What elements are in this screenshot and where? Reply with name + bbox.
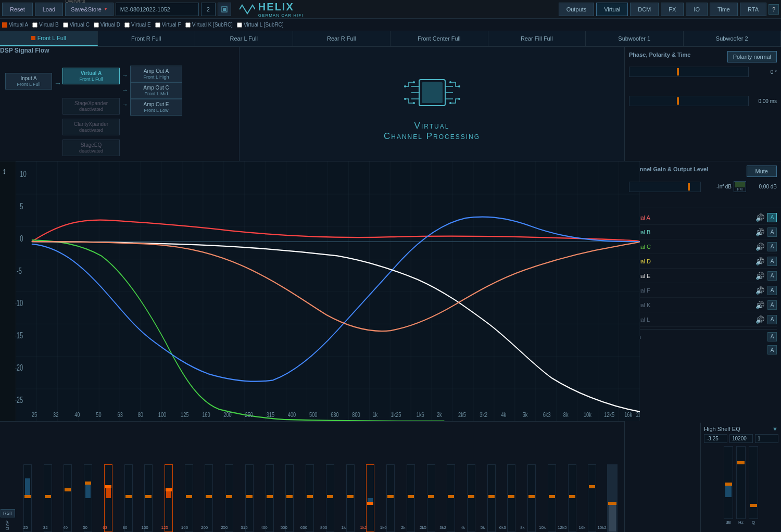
virtual-b-tab[interactable]: Virtual B [32,22,59,28]
eq-fader-2k[interactable] [407,464,415,532]
eq-fader-2k5[interactable] [427,464,435,532]
virt-letter-f[interactable]: A [767,286,777,295]
virt-speaker-icon-a[interactable]: 🔊 [755,213,764,222]
rta-nav-button[interactable]: RTA [740,3,766,16]
eq-fader-3k2[interactable] [447,464,455,532]
preset-icon-button[interactable] [218,3,231,16]
eq-fader-1k6[interactable] [386,464,395,532]
dsp-amp-out-c[interactable]: Amp Out CFront L Mid [130,82,182,99]
dcm-nav-button[interactable]: DCM [630,3,659,16]
virtual-d-tab[interactable]: Virtual D [94,22,120,28]
eq-fader-5k[interactable] [487,464,496,532]
eq-fader-250[interactable] [225,464,233,532]
eq-fader-12k5[interactable] [568,464,576,532]
fx-nav-button[interactable]: FX [661,3,684,16]
time-nav-button[interactable]: Time [710,3,738,16]
eq-fader-125[interactable] [165,464,173,532]
virt-letter-b[interactable]: A [767,227,777,237]
eq-fader-160[interactable] [185,464,193,532]
polarity-button[interactable]: Polarity normal [727,51,777,62]
question-icon[interactable]: ? [769,4,779,15]
eq-fader-8k[interactable] [527,464,536,532]
virt-speaker-icon-l[interactable]: 🔊 [755,315,764,324]
dsp-amp-out-a[interactable]: Amp Out AFront L High [130,66,182,82]
virt-speaker-icon-f[interactable]: 🔊 [755,286,764,295]
preset-name-input[interactable] [116,3,199,16]
high-shelf-dropdown-icon[interactable]: ▼ [772,426,778,432]
channel-tab-rear-r[interactable]: Rear R Full [293,31,391,46]
eq-master-fader-track[interactable] [607,464,618,532]
outputs-nav-button[interactable]: Outputs [559,3,595,16]
virtual-k-tab[interactable]: Virtual K [SubRC] [185,22,233,28]
virt-speaker-icon-e[interactable]: 🔊 [755,272,764,280]
eq-fader-315[interactable] [245,464,254,532]
virt-letter-a[interactable]: A [767,213,777,222]
y-axis-arrow[interactable]: ↕ [2,167,6,176]
dsp-stage-xpander[interactable]: StageXpanderdeactivated [62,98,120,115]
eq-fader-200[interactable] [205,464,213,532]
rta-letter[interactable]: A [767,345,777,354]
virt-letter-d[interactable]: A [767,257,777,266]
eq-fader-630[interactable] [306,464,314,532]
channel-tab-rear-l[interactable]: Rear L Full [195,31,293,46]
channel-tab-front-center[interactable]: Front Center Full [391,31,488,46]
eq-fader-10k[interactable] [548,464,556,532]
phase-slider-1[interactable] [629,67,749,77]
channel-tab-rear-fill[interactable]: Rear Fill Full [488,31,586,46]
save-store-button[interactable]: Save&Store ▼ [65,3,114,16]
virtual-f-tab[interactable]: Virtual F [155,22,181,28]
reset-button[interactable]: Reset [2,3,33,16]
eq-fader-800[interactable] [326,464,334,532]
hs-vtrack-db[interactable] [724,446,733,519]
virtual-a-tab[interactable]: Virtual A [2,22,28,28]
dsp-amp-out-e[interactable]: Amp Out EFront L Low [130,99,182,116]
eq-fader-100[interactable] [144,464,153,532]
sum-letter[interactable]: A [767,332,777,341]
eq-fader-80[interactable] [124,464,133,532]
eq-fader-16k[interactable] [588,464,596,532]
channel-tab-front-r[interactable]: Front R Full [98,31,196,46]
virt-speaker-icon-d[interactable]: 🔊 [755,257,764,265]
virtual-l-tab[interactable]: Virtual L [SubRC] [237,22,284,28]
channel-tab-sub1[interactable]: Subwoofer 1 [586,31,684,46]
hs-vtrack-hz[interactable] [736,446,746,519]
eq-fader-40[interactable] [64,464,72,532]
eq-fader-400[interactable] [266,464,274,532]
channel-tab-front-l[interactable]: Front L Full [0,31,98,46]
eq-fader-4k[interactable] [467,464,475,532]
virtual-nav-button[interactable]: Virtual [596,3,628,16]
virt-speaker-icon-k[interactable]: 🔊 [755,301,764,309]
load-button[interactable]: Load [35,3,63,16]
virt-letter-l[interactable]: A [767,315,777,324]
eq-fader-25[interactable] [23,464,32,532]
virt-letter-c[interactable]: A [767,242,777,251]
io-nav-button[interactable]: IO [686,3,708,16]
hs-val1-input[interactable] [704,434,727,443]
virtual-c-tab[interactable]: Virtual C [63,22,90,28]
eq-fader-1k2[interactable] [366,464,374,532]
virtual-e-tab[interactable]: Virtual E [124,22,151,28]
dsp-clarity-xpander[interactable]: ClarityXpanderdeactivated [62,119,120,135]
eq-fader-50[interactable] [84,464,92,532]
eq-fader-63[interactable] [104,464,112,532]
virt-speaker-icon-b[interactable]: 🔊 [755,228,764,236]
dsp-input-block[interactable]: Input AFront L Full [5,73,52,90]
eq-fader-1k[interactable] [346,464,355,532]
rst-button[interactable]: RST [1,509,15,517]
hs-vtrack-q[interactable] [749,446,758,519]
delay-slider[interactable] [629,96,749,106]
virt-letter-k[interactable]: A [767,300,777,310]
virt-speaker-icon-c[interactable]: 🔊 [755,243,764,251]
dsp-virtual-block[interactable]: Virtual AFront L Full [62,68,120,84]
virt-letter-e[interactable]: A [767,271,777,281]
gain-slider[interactable] [629,182,701,192]
dsp-stage-eq[interactable]: StageEQdeactivated [62,140,120,156]
eq-fader-500[interactable] [285,464,294,532]
eq-fader-6k3[interactable] [507,464,515,532]
mute-button[interactable]: Mute [747,166,777,177]
hs-val3-input[interactable] [755,434,778,443]
eq-fader-32[interactable] [44,464,52,532]
preset-number-input[interactable] [201,3,216,16]
channel-tab-sub2[interactable]: Subwoofer 2 [684,31,782,46]
hs-val2-input[interactable] [729,434,753,443]
